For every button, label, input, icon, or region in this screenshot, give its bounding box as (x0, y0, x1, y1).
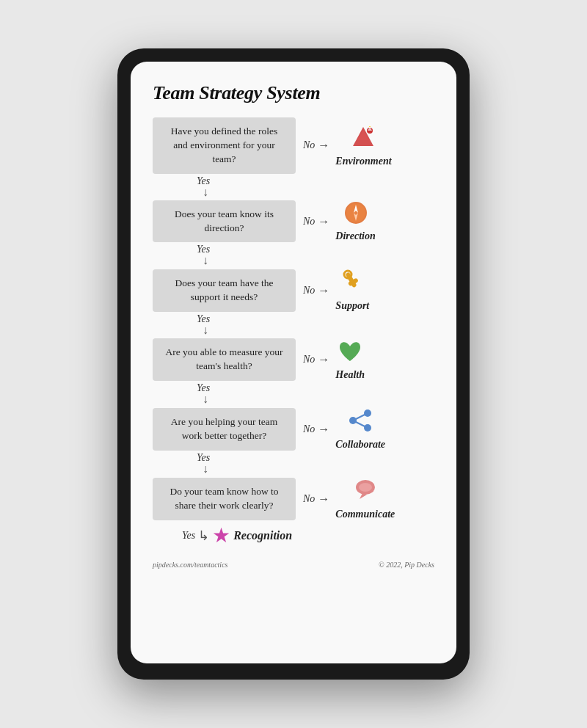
yes-block-2: Yes ↓ (197, 244, 210, 267)
footer: pipdecks.com/teamtactics © 2022, Pip Dec… (153, 558, 434, 569)
arrow-right-5: → (318, 423, 329, 436)
card: Team Strategy System Have you defined th… (131, 62, 456, 663)
question-row-3: Does your team have the support it needs… (153, 269, 434, 312)
yes-arrow-1: ↓ (203, 186, 208, 199)
yes-block-5: Yes ↓ (197, 452, 210, 476)
yes-arrow-4: ↓ (203, 393, 208, 406)
no-label-1: No (303, 139, 315, 151)
star-icon: ★ (212, 523, 230, 547)
no-label-4: No (303, 354, 315, 365)
outcome-label-6: Communicate (335, 509, 395, 520)
question-row-2: Does your team know its direction? No → (153, 200, 434, 243)
yes-arrow-2: ↓ (203, 254, 208, 267)
no-label-5: No (303, 423, 315, 435)
svg-point-19 (359, 483, 372, 492)
question-box-4: Are you able to measure your team's heal… (153, 338, 296, 381)
final-row: Yes ↳ ★ Recognition (182, 523, 292, 547)
final-arrow-icon: ↳ (198, 528, 209, 544)
outcome-4: Health (335, 339, 365, 381)
flow-container: Have you defined the roles and environme… (153, 117, 434, 547)
device-frame: Team Strategy System Have you defined th… (117, 48, 470, 680)
no-arrow-3: No → (303, 284, 329, 297)
card-title: Team Strategy System (153, 82, 434, 104)
heart-icon (337, 339, 363, 368)
share-icon (347, 407, 373, 437)
question-box-5: Are you helping your team work better to… (153, 408, 296, 451)
outcome-1: Environment (335, 124, 391, 167)
no-label-2: No (303, 216, 315, 228)
no-arrow-5: No → (303, 423, 329, 436)
yes-arrow-5: ↓ (203, 462, 208, 476)
recognition-label: Recognition (233, 529, 292, 542)
no-label-3: No (303, 285, 315, 296)
question-row-6: Do your team know how to share their wor… (153, 477, 434, 520)
arrow-right-2: → (318, 215, 329, 228)
outcome-2: Direction (335, 200, 375, 242)
yes-arrow-3: ↓ (203, 324, 208, 337)
question-row-5: Are you helping your team work better to… (153, 407, 434, 451)
question-box-1: Have you defined the roles and environme… (153, 117, 296, 174)
final-yes-text: Yes (182, 530, 195, 542)
arrow-right-6: → (318, 492, 329, 506)
no-arrow-2: No → (303, 215, 329, 228)
outcome-label-1: Environment (335, 156, 391, 167)
mountain-icon (350, 124, 376, 154)
yes-block-3: Yes ↓ (197, 313, 210, 337)
footer-right: © 2022, Pip Decks (379, 561, 434, 569)
svg-line-15 (353, 413, 368, 421)
question-row-4: Are you able to measure your team's heal… (153, 338, 434, 381)
yes-block-1: Yes ↓ (197, 175, 210, 199)
no-arrow-6: No → (303, 492, 329, 506)
outcome-6: Communicate (335, 477, 395, 520)
question-box-2: Does your team know its direction? (153, 200, 296, 243)
yes-block-4: Yes ↓ (197, 382, 210, 406)
arrow-right-3: → (318, 284, 329, 297)
no-label-6: No (303, 493, 315, 505)
outcome-label-2: Direction (335, 230, 375, 242)
outcome-5: Collaborate (335, 407, 385, 451)
question-box-3: Does your team have the support it needs… (153, 269, 296, 312)
outcome-label-4: Health (335, 369, 365, 381)
outcome-3: Support (335, 269, 369, 312)
arrow-right-4: → (318, 353, 329, 366)
arrow-right-1: → (318, 139, 329, 152)
question-box-6: Do your team know how to share their wor… (153, 478, 296, 520)
no-arrow-4: No → (303, 353, 329, 366)
speech-icon (352, 477, 379, 507)
question-row-1: Have you defined the roles and environme… (153, 117, 434, 174)
wrench-icon (340, 269, 364, 299)
outcome-label-5: Collaborate (335, 439, 385, 451)
compass-icon (343, 200, 368, 229)
footer-left: pipdecks.com/teamtactics (153, 561, 227, 569)
no-arrow-1: No → (303, 139, 329, 152)
svg-line-16 (353, 421, 368, 428)
outcome-label-3: Support (335, 300, 369, 312)
